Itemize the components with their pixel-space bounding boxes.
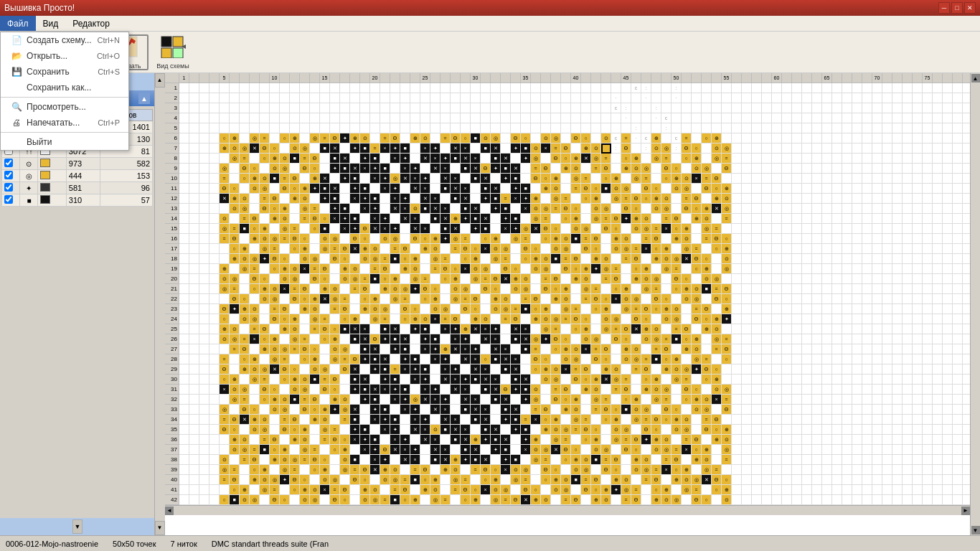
panel-scroll-down[interactable]: ▼ <box>72 519 83 534</box>
cell-35-45[interactable] <box>631 425 641 435</box>
cell-42-75[interactable] <box>933 495 943 505</box>
cell-33-11[interactable] <box>290 405 300 415</box>
cell-23-74[interactable] <box>923 304 933 314</box>
cell-20-13[interactable]: Θ <box>310 274 320 284</box>
cell-29-72[interactable] <box>903 364 913 375</box>
cell-15-77[interactable] <box>953 224 963 234</box>
cell-1-53[interactable] <box>712 83 722 93</box>
cell-3-12[interactable] <box>300 103 310 113</box>
cell-6-44[interactable]: = <box>621 133 631 143</box>
cell-17-10[interactable] <box>280 244 290 254</box>
cell-42-18[interactable]: ⊙ <box>360 495 370 505</box>
cell-9-33[interactable]: ✕ <box>511 164 521 174</box>
cell-29-29[interactable]: ✕ <box>471 364 481 375</box>
cell-36-39[interactable] <box>571 435 581 445</box>
cell-38-21[interactable] <box>390 455 400 465</box>
cell-1-37[interactable] <box>551 83 561 93</box>
menu-item-view[interactable]: Вид <box>36 16 66 31</box>
cell-39-70[interactable] <box>882 465 892 475</box>
cell-40-74[interactable] <box>923 475 933 485</box>
cell-15-15[interactable] <box>330 224 340 234</box>
cell-6-18[interactable]: ⊙ <box>360 133 370 143</box>
cell-12-68[interactable] <box>862 194 872 204</box>
cell-16-9[interactable]: ◎ <box>270 234 280 244</box>
cell-42-2[interactable] <box>199 495 209 505</box>
cell-42-51[interactable]: Θ <box>692 495 702 505</box>
cell-8-68[interactable] <box>862 154 872 164</box>
cell-34-13[interactable]: ⊕ <box>310 415 320 425</box>
cell-25-61[interactable] <box>792 324 802 334</box>
cell-36-22[interactable]: ✦ <box>400 435 410 445</box>
cell-36-61[interactable] <box>792 435 802 445</box>
cell-6-50[interactable]: = <box>682 133 692 143</box>
cell-30-71[interactable] <box>892 375 903 385</box>
cell-10-17[interactable]: ■ <box>350 174 360 184</box>
cell-23-41[interactable]: ○ <box>591 304 601 314</box>
cell-30-58[interactable] <box>762 375 772 385</box>
cell-22-52[interactable] <box>702 294 712 304</box>
cell-10-52[interactable]: = <box>702 174 712 184</box>
cell-29-38[interactable]: × <box>561 364 571 375</box>
cell-11-69[interactable] <box>872 184 882 194</box>
cell-34-38[interactable] <box>561 415 571 425</box>
cell-26-31[interactable]: × <box>491 334 501 344</box>
cell-4-48[interactable]: c <box>661 113 672 123</box>
cell-34-4[interactable]: = <box>220 415 230 425</box>
cell-12-71[interactable] <box>892 194 903 204</box>
cell-37-74[interactable] <box>923 445 933 455</box>
cell-36-26[interactable] <box>440 435 451 445</box>
cell-39-71[interactable] <box>892 465 903 475</box>
cell-24-71[interactable] <box>892 314 903 324</box>
cell-30-37[interactable]: ◎ <box>551 375 561 385</box>
cell-29-26[interactable]: × <box>440 364 451 375</box>
cell-2-57[interactable] <box>752 93 762 103</box>
cell-42-14[interactable] <box>320 495 330 505</box>
cell-41-40[interactable]: Θ <box>581 485 591 495</box>
cell-42-26[interactable]: = <box>440 495 451 505</box>
cell-21-41[interactable]: = <box>591 284 601 294</box>
cell-3-3[interactable] <box>209 103 220 113</box>
cell-26-40[interactable]: ⊙ <box>581 334 591 344</box>
cell-31-57[interactable] <box>752 385 762 395</box>
cell-16-69[interactable] <box>872 234 882 244</box>
cell-19-19[interactable]: = <box>370 264 380 274</box>
cell-35-13[interactable] <box>310 425 320 435</box>
cell-23-6[interactable]: ⊕ <box>240 304 250 314</box>
cell-38-53[interactable] <box>712 455 722 465</box>
cell-9-68[interactable] <box>862 164 872 174</box>
cell-39-30[interactable]: Θ <box>481 465 491 475</box>
cell-37-71[interactable] <box>892 445 903 455</box>
cell-18-30[interactable] <box>481 254 491 264</box>
cell-6-23[interactable]: ⊕ <box>410 133 420 143</box>
cell-1-33[interactable] <box>511 83 521 93</box>
cell-30-16[interactable] <box>340 375 350 385</box>
cell-21-17[interactable]: = <box>350 284 360 294</box>
cell-40-45[interactable] <box>631 475 641 485</box>
cell-21-10[interactable]: × <box>280 284 290 294</box>
cell-32-59[interactable] <box>772 395 782 405</box>
cell-4-78[interactable] <box>963 113 970 123</box>
cell-16-52[interactable]: = <box>702 234 712 244</box>
cell-25-45[interactable]: ✕ <box>631 324 641 334</box>
cell-40-4[interactable]: = <box>220 475 230 485</box>
cell-33-22[interactable]: × <box>400 405 410 415</box>
cell-6-60[interactable] <box>782 133 792 143</box>
cell-14-25[interactable]: ■ <box>430 214 440 224</box>
cell-3-14[interactable] <box>320 103 330 113</box>
cell-42-38[interactable]: = <box>561 495 571 505</box>
cell-7-56[interactable] <box>742 143 752 154</box>
cell-25-18[interactable]: × <box>360 324 370 334</box>
cell-16-44[interactable]: ⊙ <box>621 234 631 244</box>
cell-39-77[interactable] <box>953 465 963 475</box>
cell-5-54[interactable] <box>722 123 732 133</box>
cell-26-72[interactable] <box>903 334 913 344</box>
cell-37-48[interactable]: ◎ <box>661 445 672 455</box>
cell-33-52[interactable]: ◎ <box>702 405 712 415</box>
cell-41-7[interactable] <box>250 485 260 495</box>
cell-31-71[interactable] <box>892 385 903 395</box>
cell-41-30[interactable]: × <box>481 485 491 495</box>
cell-10-40[interactable]: = <box>581 174 591 184</box>
cell-5-14[interactable] <box>320 123 330 133</box>
cell-3-44[interactable]: : <box>621 103 631 113</box>
cell-38-39[interactable]: ⊕ <box>571 455 581 465</box>
